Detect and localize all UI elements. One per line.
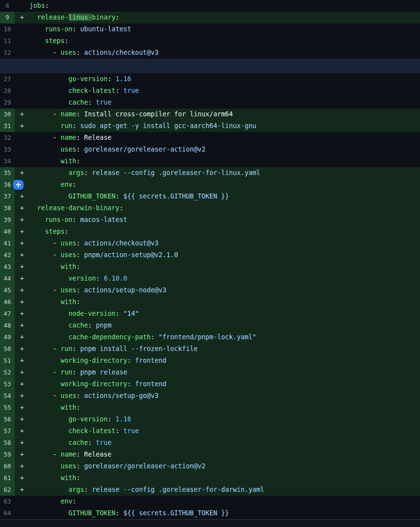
line-number[interactable]: 64	[0, 507, 15, 519]
line-number[interactable]: 50	[0, 343, 15, 355]
code-text: env:	[29, 496, 420, 507]
diff-marker: +	[15, 437, 29, 449]
line-number[interactable]: 48	[0, 320, 15, 331]
code-text: uses: goreleaser/goreleaser-action@v2	[29, 461, 420, 472]
line-number[interactable]: 52	[0, 367, 15, 378]
diff-line-56: 56+ go-version: 1.16	[0, 414, 420, 425]
diff-line-37: 37+ GITHUB_TOKEN: ${{ secrets.GITHUB_TOK…	[0, 191, 420, 202]
diff-marker: +	[15, 120, 29, 132]
code-text: - run: pnpm release	[29, 367, 420, 378]
code-text: go-version: 1.16	[29, 414, 420, 425]
line-number[interactable]: 27	[0, 73, 15, 85]
diff-marker	[15, 73, 29, 85]
diff-line-28: 28 check-latest: true	[0, 85, 420, 97]
line-number[interactable]: 45	[0, 285, 15, 296]
code-text: cache: true	[29, 437, 420, 449]
line-number[interactable]: 53	[0, 378, 15, 390]
code-text: with:	[29, 402, 420, 414]
diff-marker: +	[15, 238, 29, 249]
line-number[interactable]: 54	[0, 390, 15, 402]
line-number[interactable]: 56	[0, 414, 15, 425]
line-number[interactable]: 28	[0, 85, 15, 97]
diff-line-58: 58+ cache: true	[0, 437, 420, 449]
diff-line-64: 64 GITHUB_TOKEN: ${{ secrets.GITHUB_TOKE…	[0, 507, 420, 519]
line-number[interactable]: 34	[0, 155, 15, 167]
line-number[interactable]: 36	[0, 179, 15, 191]
line-number[interactable]: 57	[0, 425, 15, 437]
line-number[interactable]: 31	[0, 120, 15, 132]
diff-marker: +	[15, 355, 29, 367]
line-number[interactable]: 10	[0, 23, 15, 35]
diff-line-63: 63 env:	[0, 496, 420, 507]
diff-marker: +	[15, 378, 29, 390]
line-number[interactable]: 44	[0, 273, 15, 285]
add-comment-button[interactable]: +	[13, 180, 23, 190]
code-text: - uses: actions/setup-go@v3	[29, 390, 420, 402]
line-number[interactable]: 47	[0, 308, 15, 320]
line-number[interactable]: 60	[0, 461, 15, 472]
diff-line-33: 33 uses: goreleaser/goreleaser-action@v2	[0, 144, 420, 155]
line-number[interactable]: 55	[0, 402, 15, 414]
line-number[interactable]: 61	[0, 472, 15, 484]
line-number[interactable]: 39	[0, 214, 15, 226]
diff-marker: +	[15, 461, 29, 472]
line-number[interactable]: 8	[0, 0, 15, 12]
line-number[interactable]: 38	[0, 202, 15, 214]
line-number[interactable]: 11	[0, 35, 15, 47]
diff-line-44: 44+ version: 6.10.0	[0, 273, 420, 285]
code-text: check-latest: true	[29, 85, 420, 97]
line-number[interactable]: 59	[0, 449, 15, 461]
line-number[interactable]: 51	[0, 355, 15, 367]
diff-bottom-border	[0, 519, 420, 527]
diff-line-52: 52+ - run: pnpm release	[0, 367, 420, 378]
line-number[interactable]: 43	[0, 261, 15, 273]
diff-marker	[15, 0, 29, 12]
diff-line-55: 55+ with:	[0, 402, 420, 414]
diff-line-41: 41+ - uses: actions/checkout@v3	[0, 238, 420, 249]
diff-line-48: 48+ cache: pnpm	[0, 320, 420, 331]
code-text: GITHUB_TOKEN: ${{ secrets.GITHUB_TOKEN }…	[29, 507, 420, 519]
diff-line-31: 31+ run: sudo apt-get -y install gcc-aar…	[0, 120, 420, 132]
code-text: cache: true	[29, 97, 420, 109]
code-text: working-directory: frontend	[29, 355, 420, 367]
line-number[interactable]: 40	[0, 226, 15, 238]
code-text: runs-on: macos-latest	[29, 214, 420, 226]
code-text: steps:	[29, 35, 420, 47]
diff-line-12: 12 - uses: actions/checkout@v3	[0, 47, 420, 59]
diff-line-62: 62+ args: release --config .goreleaser-f…	[0, 484, 420, 496]
diff-marker	[15, 23, 29, 35]
code-text: cache-dependency-path: "frontend/pnpm-lo…	[29, 331, 420, 343]
expand-hidden-lines-row[interactable]	[0, 59, 420, 73]
line-number[interactable]: 35	[0, 167, 15, 179]
line-number[interactable]: 46	[0, 296, 15, 308]
diff-marker: +	[15, 261, 29, 273]
diff-marker: +	[15, 202, 29, 214]
line-number[interactable]: 32	[0, 132, 15, 144]
line-number[interactable]: 49	[0, 331, 15, 343]
line-number[interactable]: 9	[0, 12, 15, 23]
code-text: with:	[29, 472, 420, 484]
diff-line-9: 9+ release-linux-binary:	[0, 12, 420, 23]
diff-line-61: 61+ with:	[0, 472, 420, 484]
line-number[interactable]: 37	[0, 191, 15, 202]
line-number[interactable]: 62	[0, 484, 15, 496]
line-number[interactable]: 58	[0, 437, 15, 449]
diff-marker: +	[15, 167, 29, 179]
code-text: - uses: pnpm/action-setup@v2.1.0	[29, 249, 420, 261]
diff-marker: +	[15, 472, 29, 484]
code-text: args: release --config .goreleaser-for-d…	[29, 484, 420, 496]
line-number[interactable]: 41	[0, 238, 15, 249]
diff-line-57: 57+ check-latest: true	[0, 425, 420, 437]
diff-line-30: 30+ - name: Install cross-compiler for l…	[0, 109, 420, 120]
diff-line-40: 40+ steps:	[0, 226, 420, 238]
diff-line-47: 47+ node-version: "14"	[0, 308, 420, 320]
diff-marker: +	[15, 12, 29, 23]
line-number[interactable]: 33	[0, 144, 15, 155]
diff-line-45: 45+ - uses: actions/setup-node@v3	[0, 285, 420, 296]
line-number[interactable]: 63	[0, 496, 15, 507]
line-number[interactable]: 12	[0, 47, 15, 59]
diff-line-53: 53+ working-directory: frontend	[0, 378, 420, 390]
line-number[interactable]: 30	[0, 109, 15, 120]
line-number[interactable]: 29	[0, 97, 15, 109]
line-number[interactable]: 42	[0, 249, 15, 261]
